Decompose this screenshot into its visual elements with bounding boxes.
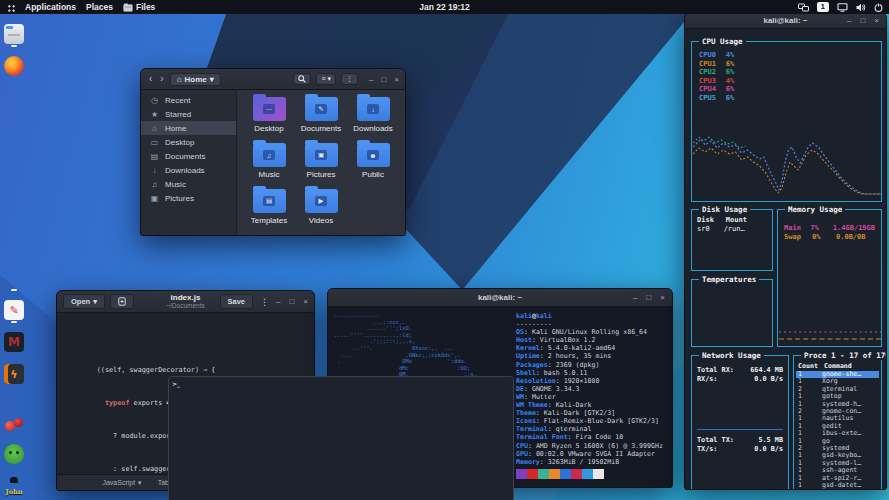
minimize-button[interactable]: – [633, 294, 637, 302]
neofetch-line: IconsFlat-Remix-Blue-Dark [GTK2/3] [516, 417, 663, 425]
minimize-button[interactable]: – [276, 298, 280, 306]
close-button[interactable]: × [874, 17, 879, 25]
disk-row[interactable]: sr0 /run… [697, 225, 767, 234]
forward-button[interactable]: › [158, 74, 165, 84]
info-label: DE [516, 385, 532, 393]
folder-item[interactable]: ☻ Public [347, 143, 399, 189]
folder-label: Pictures [307, 170, 336, 179]
neofetch-line: DEGNOME 3.34.3 [516, 385, 663, 393]
neofetch-line: WMMutter [516, 393, 663, 401]
memory-legend: Main 7% 1.4GB/19GB Swap 0% 0.0B/0B [778, 210, 881, 242]
cpu-name: CPU3 [699, 77, 716, 86]
search-button[interactable] [293, 73, 311, 85]
process-row[interactable]: 1 scsi_eh_0 [796, 490, 879, 491]
focused-app-menu[interactable]: Files [123, 2, 155, 12]
minimize-button[interactable]: – [847, 17, 851, 25]
menu-button[interactable]: ⋮ [341, 73, 358, 85]
language-selector[interactable]: JavaScript ▾ [102, 479, 141, 487]
system-tray: 1 [798, 2, 883, 12]
display-icon[interactable] [837, 3, 848, 12]
dock: >_ ✎ M ϟ [0, 24, 28, 500]
terminal-color-palette [516, 469, 663, 479]
network-icon[interactable] [798, 3, 809, 12]
applications-menu[interactable]: Applications [25, 2, 76, 12]
editor-title: index.js ~/Documents [166, 294, 204, 310]
info-value: Kali GNU/Linux Rolling x86_64 [532, 328, 647, 336]
cpu-percent: 4% [726, 77, 734, 86]
terminal-icon[interactable]: >_ [0, 88, 187, 291]
text-editor-icon[interactable]: ✎ [4, 300, 24, 323]
close-button[interactable]: × [394, 75, 399, 84]
folder-item[interactable]: ▤ Templates [243, 189, 295, 235]
memory-name: Swap [784, 233, 812, 242]
running-indicator [11, 465, 17, 467]
editor-headerbar: Open ▾ index.js ~/Documents Save ⋮ – □ × [57, 291, 314, 313]
memory-name: Main [784, 224, 810, 233]
back-button[interactable]: ‹ [147, 74, 154, 84]
editor-menu-icon[interactable]: ⋮ [260, 297, 269, 307]
network-stat-label: TX/s: [697, 445, 717, 454]
info-value: 5.4.0-kali2-amd64 [548, 344, 616, 352]
cpu-legend-row: CPU2 6% [699, 68, 734, 77]
view-caret-icon: ▾ [328, 75, 332, 83]
close-button[interactable]: × [660, 294, 665, 302]
close-button[interactable]: × [303, 298, 308, 306]
disk-table-header: Disk Mount [697, 216, 767, 225]
new-document-button[interactable] [110, 294, 134, 309]
maximize-button[interactable]: □ [289, 298, 294, 306]
info-value: 3263MiB / 19502MiB [548, 458, 619, 466]
info-value: AMD Ryzen 5 1600X (6) @ 3.999GHz [536, 442, 663, 450]
running-indicator [11, 385, 17, 387]
window-controls: – □ × [369, 75, 399, 84]
metasploit-icon[interactable]: M [4, 332, 24, 355]
john-the-ripper-icon[interactable]: John [4, 476, 24, 499]
info-value: VirtualBox 1.2 [540, 336, 596, 344]
neofetch-line: Resolution1920×1080 [516, 377, 663, 385]
power-icon[interactable] [874, 3, 883, 12]
clock[interactable]: Jan 22 19:12 [419, 2, 470, 12]
cpu-percent: 6% [726, 60, 734, 69]
network-stat-label: Total TX: [697, 436, 734, 445]
folder-item[interactable]: ▣ Pictures [295, 143, 347, 189]
file-manager-icon[interactable] [4, 24, 24, 47]
firefox-icon[interactable] [4, 56, 24, 79]
maximize-button[interactable]: □ [860, 17, 865, 25]
volume-icon[interactable] [856, 3, 866, 12]
info-label: OS [516, 328, 532, 336]
memory-percent: 7% [810, 224, 833, 233]
memory-usage-panel: Memory Usage Main 7% 1.4GB/19GB Swap 0% [777, 209, 882, 347]
cpu-name: CPU2 [699, 68, 716, 77]
folder-item[interactable]: ↓ Downloads [347, 97, 399, 143]
folder-badge-icon: ♫ [263, 150, 275, 160]
process-row[interactable]: 1 ibus-exte… [796, 430, 879, 437]
gotop-dashboard: CPU Usage CPU0 4% CPU1 6% [685, 29, 886, 488]
view-toggle-button[interactable]: ≡ ▾ [316, 73, 336, 85]
folder-item[interactable]: ··· Desktop [243, 97, 295, 143]
open-button[interactable]: Open ▾ [63, 294, 105, 309]
places-menu[interactable]: Places [86, 2, 113, 12]
folder-icon: ▶ [305, 189, 338, 213]
path-bar[interactable]: ⌂ Home ▾ [170, 73, 221, 86]
maximize-button[interactable]: □ [381, 75, 386, 84]
memory-percent: 0% [812, 233, 836, 242]
info-label: WM Theme [516, 401, 556, 409]
folder-badge-icon: ··· [263, 104, 275, 114]
temperatures-panel-title: Temperatures [699, 275, 759, 284]
maximize-button[interactable]: □ [646, 294, 651, 302]
running-indicator [11, 77, 17, 79]
workspace-indicator[interactable]: 1 [817, 2, 829, 12]
cherrytree-icon[interactable] [4, 412, 24, 435]
activities-grid-icon[interactable] [6, 3, 15, 12]
info-value: Flat-Remix-Blue-Dark [GTK2/3] [544, 417, 659, 425]
cpu-legend-row: CPU3 4% [699, 77, 734, 86]
process-command: scsi_eh_0 [822, 490, 857, 491]
save-button[interactable]: Save [220, 294, 254, 309]
menu-dots-icon: ⋮ [346, 75, 353, 83]
ettercap-icon[interactable] [4, 444, 24, 467]
folder-badge-icon: ↓ [367, 104, 379, 114]
folder-item[interactable]: ▶ Videos [295, 189, 347, 235]
folder-item[interactable]: ✎ Documents [295, 97, 347, 143]
minimize-button[interactable]: – [369, 75, 373, 84]
burpsuite-icon[interactable]: ϟ [4, 364, 24, 387]
folder-item[interactable]: ♫ Music [243, 143, 295, 189]
